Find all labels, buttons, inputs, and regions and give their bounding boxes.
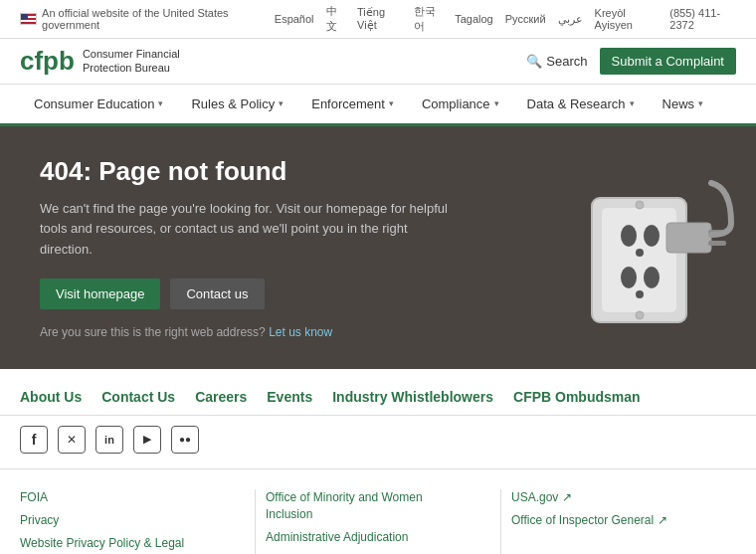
social-bar: f ✕ in ▶ ●● <box>0 416 756 469</box>
footer-col-2: Office of Minority and Women Inclusion A… <box>266 489 490 554</box>
svg-point-3 <box>644 225 660 247</box>
submit-complaint-button[interactable]: Submit a Complaint <box>600 48 736 75</box>
top-bar: An official website of the United States… <box>0 0 756 39</box>
search-button[interactable]: 🔍 Search <box>526 54 587 69</box>
nav-data-research[interactable]: Data & Research ▾ <box>513 85 649 123</box>
nav-compliance[interactable]: Compliance ▾ <box>408 85 513 123</box>
error-title: 404: Page not found <box>40 156 458 187</box>
chevron-down-icon: ▾ <box>494 98 499 108</box>
svg-rect-10 <box>708 241 726 246</box>
footer-about-us[interactable]: About Us <box>20 389 82 405</box>
svg-point-11 <box>636 201 644 209</box>
search-icon: 🔍 <box>526 54 542 69</box>
header-actions: 🔍 Search Submit a Complaint <box>526 48 736 75</box>
svg-point-7 <box>636 290 644 298</box>
facebook-icon[interactable]: f <box>20 426 48 454</box>
top-bar-left: An official website of the United States… <box>20 7 275 31</box>
footer-industry-whistleblowers[interactable]: Industry Whistleblowers <box>332 389 493 405</box>
footer-website-privacy[interactable]: Website Privacy Policy & Legal Notices <box>20 535 225 554</box>
chevron-down-icon: ▾ <box>389 98 394 108</box>
error-description: We can't find the page you're looking fo… <box>40 199 458 261</box>
footer-cfpb-ombudsman[interactable]: CFPB Ombudsman <box>513 389 641 405</box>
main-nav: Consumer Education ▾ Rules & Policy ▾ En… <box>0 85 756 126</box>
footer-col-1: FOIA Privacy Website Privacy Policy & Le… <box>20 489 245 554</box>
footer-foia[interactable]: FOIA <box>20 489 225 506</box>
svg-rect-8 <box>666 223 711 253</box>
svg-point-6 <box>644 267 660 288</box>
logo[interactable]: cfpb Consumer Financial Protection Burea… <box>20 47 180 76</box>
let-us-know-link[interactable]: Let us know <box>269 325 332 339</box>
nav-rules-policy[interactable]: Rules & Policy ▾ <box>177 85 297 123</box>
hero-section: 404: Page not found We can't find the pa… <box>0 126 756 369</box>
footer-events[interactable]: Events <box>267 389 312 405</box>
gov-text: An official website of the United States… <box>42 7 275 31</box>
visit-homepage-button[interactable]: Visit homepage <box>40 278 160 309</box>
chevron-down-icon: ▾ <box>630 98 635 108</box>
linkedin-icon[interactable]: in <box>95 426 123 454</box>
logo-cfpb-text: cfpb <box>20 47 75 75</box>
phone-number[interactable]: (855) 411-2372 <box>669 7 736 31</box>
lang-es[interactable]: Español <box>275 13 314 25</box>
header: cfpb Consumer Financial Protection Burea… <box>0 39 756 85</box>
lang-zh[interactable]: 中文 <box>326 4 346 34</box>
footer-usa-gov[interactable]: USA.gov ↗ <box>511 489 716 506</box>
lang-tl[interactable]: Tagalog <box>455 13 493 25</box>
us-flag-icon <box>20 13 37 25</box>
chevron-down-icon: ▾ <box>698 98 703 108</box>
lang-ru[interactable]: Русский <box>505 13 546 25</box>
youtube-icon[interactable]: ▶ <box>133 426 161 454</box>
hero-subtext: Are you sure this is the right web addre… <box>40 325 458 339</box>
nav-consumer-education[interactable]: Consumer Education ▾ <box>20 85 177 123</box>
lang-ar[interactable]: عربي <box>558 13 583 26</box>
logo-tagline: Consumer Financial Protection Bureau <box>83 47 180 76</box>
svg-point-2 <box>621 225 637 247</box>
footer-divider-2 <box>500 489 501 554</box>
contact-us-button[interactable]: Contact us <box>170 278 264 309</box>
nav-news[interactable]: News ▾ <box>649 85 718 123</box>
chevron-down-icon: ▾ <box>279 98 284 108</box>
nav-enforcement[interactable]: Enforcement ▾ <box>297 85 408 123</box>
footer-nav: About Us Contact Us Careers Events Indus… <box>0 369 756 416</box>
footer-links: FOIA Privacy Website Privacy Policy & Le… <box>0 469 756 554</box>
lang-vi[interactable]: Tiếng Việt <box>357 6 402 32</box>
footer-contact-us[interactable]: Contact Us <box>101 389 175 405</box>
flickr-icon[interactable]: ●● <box>171 426 199 454</box>
hero-content: 404: Page not found We can't find the pa… <box>40 156 458 339</box>
svg-point-4 <box>636 249 644 257</box>
footer-inspector-general[interactable]: Office of Inspector General ↗ <box>511 512 716 529</box>
footer-divider-1 <box>255 489 256 554</box>
twitter-x-icon[interactable]: ✕ <box>58 426 86 454</box>
svg-point-5 <box>621 267 637 288</box>
svg-point-12 <box>636 311 644 319</box>
plug-illustration <box>557 168 736 327</box>
top-bar-right: Español 中文 Tiếng Việt 한국어 Tagalog Русски… <box>275 4 736 34</box>
footer-privacy[interactable]: Privacy <box>20 512 225 529</box>
hero-buttons: Visit homepage Contact us <box>40 278 458 309</box>
footer-admin-adjudication[interactable]: Administrative Adjudication <box>266 529 471 546</box>
lang-ht[interactable]: Kreyòl Ayisyen <box>595 7 659 31</box>
footer-careers[interactable]: Careers <box>195 389 247 405</box>
footer-col-3: USA.gov ↗ Office of Inspector General ↗ <box>511 489 736 554</box>
chevron-down-icon: ▾ <box>158 98 163 108</box>
lang-ko[interactable]: 한국어 <box>414 4 443 34</box>
footer-omwi[interactable]: Office of Minority and Women Inclusion <box>266 489 471 523</box>
